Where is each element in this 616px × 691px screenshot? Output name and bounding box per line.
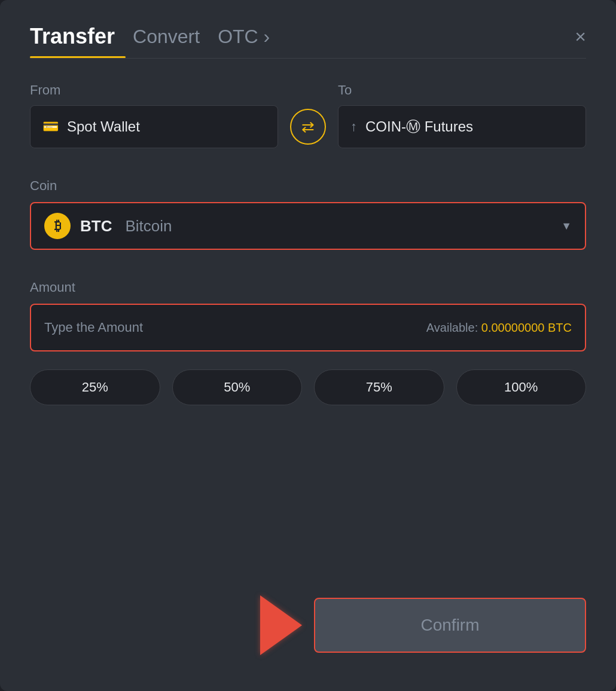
coin-section: Coin ₿ BTC Bitcoin ▼	[30, 178, 586, 280]
amount-label: Amount	[30, 280, 586, 295]
confirm-button[interactable]: Confirm	[314, 598, 586, 653]
arrow-wrapper	[30, 595, 314, 655]
tab-transfer[interactable]: Transfer	[30, 24, 115, 49]
from-wallet-select[interactable]: 💳 Spot Wallet	[30, 105, 278, 148]
available-label: Available:	[426, 321, 478, 334]
wallet-card-icon: 💳	[42, 119, 59, 134]
to-wallet-select[interactable]: ↑ COIN-Ⓜ Futures	[338, 105, 586, 148]
to-wallet-label: COIN-Ⓜ Futures	[365, 117, 473, 136]
available-text: Available: 0.00000000 BTC	[426, 321, 572, 335]
coin-full-name: Bitcoin	[125, 217, 172, 236]
amount-input-box[interactable]: Type the Amount Available: 0.00000000 BT…	[30, 304, 586, 351]
available-value: 0.00000000 BTC	[481, 321, 572, 334]
btc-symbol-char: ₿	[54, 218, 61, 234]
amount-placeholder-text: Type the Amount	[44, 320, 143, 335]
swap-arrows-icon: ⇄	[301, 118, 315, 136]
amount-section: Amount Type the Amount Available: 0.0000…	[30, 280, 586, 369]
to-box: To ↑ COIN-Ⓜ Futures	[338, 82, 586, 148]
chevron-down-icon: ▼	[561, 220, 572, 233]
pct-50-button[interactable]: 50%	[172, 369, 303, 405]
from-to-section: From 💳 Spot Wallet ⇄ To ↑ COIN-Ⓜ Futures	[30, 82, 586, 148]
from-box: From 💳 Spot Wallet	[30, 82, 278, 148]
arrow-right-icon	[260, 595, 302, 655]
pct-75-button[interactable]: 75%	[314, 369, 444, 405]
from-label: From	[30, 82, 278, 98]
coin-select-dropdown[interactable]: ₿ BTC Bitcoin ▼	[30, 202, 586, 250]
pct-100-button[interactable]: 100%	[456, 369, 587, 405]
coin-label: Coin	[30, 178, 586, 194]
swap-button[interactable]: ⇄	[290, 109, 326, 145]
futures-icon: ↑	[350, 119, 357, 134]
pct-25-button[interactable]: 25%	[30, 369, 160, 405]
confirm-btn-wrapper: Confirm	[314, 598, 586, 653]
percentage-buttons: 25% 50% 75% 100%	[30, 369, 586, 405]
tab-convert[interactable]: Convert	[133, 26, 200, 48]
to-label: To	[338, 82, 586, 98]
bottom-section: Confirm	[30, 595, 586, 655]
close-button[interactable]: ×	[575, 27, 586, 46]
from-wallet-label: Spot Wallet	[67, 118, 140, 135]
header-divider	[30, 58, 586, 59]
coin-symbol: BTC	[80, 217, 112, 236]
transfer-modal: Transfer Convert OTC › × From 💳 Spot Wal…	[0, 0, 616, 691]
tab-otc[interactable]: OTC ›	[218, 26, 270, 48]
modal-header: Transfer Convert OTC › ×	[30, 24, 586, 49]
btc-icon: ₿	[44, 213, 71, 239]
